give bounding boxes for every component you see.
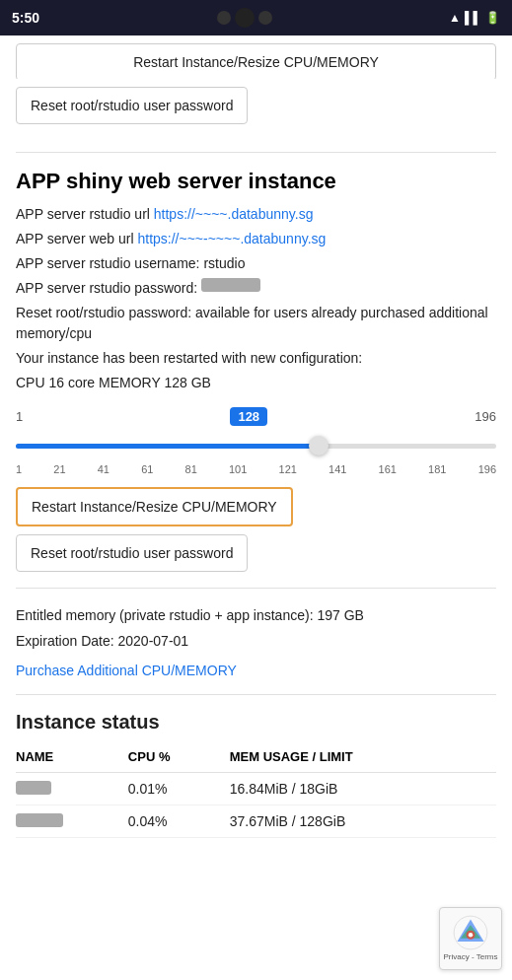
status-icons: ▲ ▌▌ 🔋 — [449, 11, 500, 25]
recaptcha-widget: Privacy - Terms — [439, 907, 502, 970]
rstudio-url-link[interactable]: https://~~~~.databunny.sg — [154, 206, 314, 222]
expiration-date: Expiration Date: 2020-07-01 — [16, 630, 496, 652]
username-value: rstudio — [203, 255, 245, 271]
slider-thumb[interactable] — [309, 436, 329, 455]
memory-slider-container: 1 128 196 1 21 41 61 81 101 121 141 161 … — [16, 407, 496, 475]
password-value — [201, 278, 260, 292]
tick-9: 181 — [428, 463, 446, 475]
tick-7: 141 — [329, 463, 346, 475]
tick-1: 21 — [53, 463, 65, 475]
table-row: 0.01% 16.84MiB / 18GiB — [16, 772, 496, 805]
col-cpu: CPU % — [128, 743, 230, 773]
slider-current-value: 128 — [230, 407, 267, 426]
col-mem: MEM USAGE / LIMIT — [230, 743, 496, 773]
reset-password-button[interactable]: Reset root/rstudio user password — [16, 534, 248, 572]
password-row: APP server rstudio password: — [16, 278, 496, 299]
status-bar-center — [217, 8, 272, 28]
slider-fill — [16, 444, 319, 449]
main-content: Restart Instance/Resize CPU/MEMORY Reset… — [0, 35, 512, 858]
bottom-divider — [16, 694, 496, 695]
tick-4: 81 — [185, 463, 197, 475]
front-camera — [235, 8, 255, 28]
slider-labels-top: 1 128 196 — [16, 407, 496, 426]
time-display: 5:50 — [12, 10, 39, 26]
table-row: 0.04% 37.67MiB / 128GiB — [16, 805, 496, 837]
camera-right — [258, 11, 272, 25]
slider-max-label: 196 — [475, 409, 496, 424]
tick-0: 1 — [16, 463, 22, 475]
slider-ticks: 1 21 41 61 81 101 121 141 161 181 196 — [16, 463, 496, 475]
rstudio-url-row: APP server rstudio url https://~~~~.data… — [16, 204, 496, 225]
restart-button-top[interactable]: Restart Instance/Resize CPU/MEMORY — [16, 43, 496, 79]
wifi-icon: ▲ — [449, 11, 461, 25]
camera-left — [217, 11, 231, 25]
battery-icon: 🔋 — [485, 11, 500, 25]
rstudio-url-label: APP server rstudio url — [16, 206, 150, 222]
row1-name — [16, 805, 128, 837]
restart-note-text: Your instance has been restarted with ne… — [16, 350, 362, 366]
web-url-link[interactable]: https://~~~-~~~~.databunny.sg — [137, 231, 326, 246]
row1-cpu: 0.04% — [128, 805, 230, 837]
row0-cpu: 0.01% — [128, 772, 230, 805]
instance-status-table: NAME CPU % MEM USAGE / LIMIT 0.01% 16.84… — [16, 743, 496, 838]
row0-mem: 16.84MiB / 18GiB — [230, 772, 496, 805]
slider-track-wrapper[interactable] — [16, 432, 496, 459]
top-button-area: Restart Instance/Resize CPU/MEMORY Reset… — [16, 35, 496, 136]
tick-5: 101 — [229, 463, 247, 475]
reset-password-button-top[interactable]: Reset root/rstudio user password — [16, 87, 248, 124]
slider-min-label: 1 — [16, 409, 23, 424]
purchase-link[interactable]: Purchase Additional CPU/MEMORY — [16, 663, 496, 678]
action-buttons: Restart Instance/Resize CPU/MEMORY Reset… — [16, 487, 496, 572]
web-url-label: APP server web url — [16, 231, 134, 246]
tick-6: 121 — [279, 463, 297, 475]
username-label: APP server rstudio username: — [16, 255, 200, 271]
tick-2: 41 — [98, 463, 110, 475]
restart-note: Your instance has been restarted with ne… — [16, 348, 496, 369]
username-row: APP server rstudio username: rstudio — [16, 253, 496, 274]
signal-icon: ▌▌ — [465, 11, 481, 25]
tick-8: 161 — [379, 463, 397, 475]
config-value: CPU 16 core MEMORY 128 GB — [16, 373, 496, 393]
recaptcha-logo-icon — [453, 915, 488, 950]
status-bar: 5:50 ▲ ▌▌ 🔋 — [0, 0, 512, 35]
password-label: APP server rstudio password: — [16, 280, 197, 296]
top-divider — [16, 152, 496, 153]
table-body: 0.01% 16.84MiB / 18GiB 0.04% 37.67MiB / … — [16, 772, 496, 837]
table-header: NAME CPU % MEM USAGE / LIMIT — [16, 743, 496, 773]
slider-track — [16, 444, 496, 449]
row0-name — [16, 772, 128, 805]
col-name: NAME — [16, 743, 128, 773]
mid-divider — [16, 588, 496, 589]
reset-note: Reset root/rstudio password: available f… — [16, 303, 496, 344]
tick-10: 196 — [478, 463, 496, 475]
tick-3: 61 — [141, 463, 153, 475]
web-url-row: APP server web url https://~~~-~~~~.data… — [16, 229, 496, 249]
row1-mem: 37.67MiB / 128GiB — [230, 805, 496, 837]
entitled-memory: Entitled memory (private rstudio + app i… — [16, 604, 496, 626]
restart-resize-button[interactable]: Restart Instance/Resize CPU/MEMORY — [16, 487, 293, 526]
app-section-title: APP shiny web server instance — [16, 169, 496, 194]
instance-status-title: Instance status — [16, 711, 496, 734]
svg-point-2 — [469, 933, 474, 938]
recaptcha-privacy-text: Privacy - Terms — [444, 952, 498, 962]
